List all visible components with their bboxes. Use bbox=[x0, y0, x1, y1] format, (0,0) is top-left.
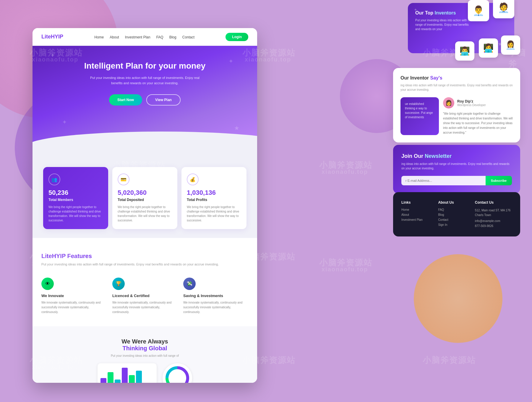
nav-contact[interactable]: Contact bbox=[182, 35, 194, 39]
feature-name-savings: Saving & Investments bbox=[183, 294, 248, 298]
bar-5 bbox=[129, 375, 135, 383]
footer-col-about: About Us FAQ Blog Contact Sign In bbox=[438, 200, 469, 228]
bar-6 bbox=[136, 371, 142, 383]
bottom-title-2: Thinking Global bbox=[41, 345, 248, 352]
testimonial-quote: "We bring right people together to chall… bbox=[443, 111, 513, 135]
features-title-rest: Features bbox=[66, 253, 92, 259]
footer-card: Links Home About Investment Plan About U… bbox=[393, 192, 520, 236]
testimonial-box-text: ue established thinking e way to success… bbox=[405, 102, 434, 119]
watermark-21: 小脑斧资源站 bbox=[423, 355, 476, 366]
bottom-subtitle: Put your investing ideas into action wit… bbox=[41, 354, 248, 357]
footer-link-contact[interactable]: Contact bbox=[438, 218, 469, 221]
stat-card-deposited: 💳 5,020,360 Total Deposited We bring the… bbox=[112, 167, 177, 229]
reviewer-name: Roy Dip'z bbox=[457, 99, 486, 103]
footer-col-contact: Contact Us 512, Main road ST. MA 176 Cha… bbox=[475, 200, 512, 228]
footer-link-home[interactable]: Home bbox=[401, 208, 432, 211]
stat-desc-members: We bring the right people together to ch… bbox=[48, 205, 103, 223]
feature-desc-savings: We innovate systematically, continuously… bbox=[183, 300, 248, 315]
newsletter-title-accent: Newsletter bbox=[425, 153, 452, 159]
testimonial-title-accent: Say's bbox=[430, 75, 442, 80]
nav-home[interactable]: Home bbox=[94, 35, 104, 39]
footer-link-about[interactable]: About bbox=[401, 213, 432, 216]
watermark-17: xiaonaofu.top bbox=[322, 266, 368, 273]
footer-link-investment[interactable]: Investment Plan bbox=[401, 218, 432, 221]
footer-phone: 877-569-9826 bbox=[475, 224, 512, 228]
watermark-16: 小脑斧资源站 bbox=[319, 257, 372, 268]
nav-links: Home About Investment Plan FAQ Blog Cont… bbox=[94, 34, 194, 40]
feature-icon-innovate: 👁 bbox=[41, 278, 54, 290]
newsletter-email-input[interactable] bbox=[401, 176, 486, 185]
testimonial-subtitle: ing ideas into action with full range of… bbox=[400, 83, 513, 92]
nav-about[interactable]: About bbox=[110, 35, 119, 39]
footer-link-blog[interactable]: Blog bbox=[438, 213, 469, 216]
testimonial-purple-box: ue established thinking e way to success… bbox=[400, 97, 439, 135]
bottom-title-1: We Were Always bbox=[41, 338, 248, 345]
deco-star-inv-1: ✦ bbox=[414, 7, 417, 12]
bar-2 bbox=[108, 372, 113, 383]
hero-subtitle: Put your investing ideas into action wit… bbox=[86, 75, 204, 86]
testimonial-content: ue established thinking e way to success… bbox=[400, 97, 513, 135]
footer-link-faq[interactable]: FAQ bbox=[438, 208, 469, 211]
stat-desc-profits: We bring the right people together to ch… bbox=[187, 205, 241, 223]
reviewer-role: Wordpress Developer bbox=[457, 103, 486, 107]
footer-col-about-title: About Us bbox=[438, 200, 469, 205]
chart-donut bbox=[163, 363, 192, 383]
features-subtitle: Put your investing ideas into action wit… bbox=[41, 262, 248, 267]
footer-link-signin[interactable]: Sign In bbox=[438, 223, 469, 226]
features-section: LiteHYIP Features Put your investing ide… bbox=[33, 238, 257, 326]
bar-4 bbox=[122, 368, 128, 383]
deco-star-3: ✦ bbox=[62, 119, 67, 126]
watermark-8: xiaonaofu.top bbox=[322, 168, 368, 175]
nav-investment[interactable]: Investment Plan bbox=[125, 35, 150, 39]
inventors-title-regular: Our Top bbox=[415, 10, 434, 15]
testimonial-title-regular: Our Inventor bbox=[400, 75, 430, 80]
reviewer-avatar: 👩 bbox=[443, 97, 454, 108]
newsletter-card: Join Our Newsletter ing ideas into actio… bbox=[393, 145, 520, 194]
stat-label-members: Total Members bbox=[48, 198, 103, 202]
stat-desc-deposited: We bring the right people together to ch… bbox=[118, 205, 172, 223]
features-title: LiteHYIP Features bbox=[41, 253, 248, 260]
footer-email: info@example.com bbox=[475, 219, 512, 223]
inventors-subtitle: Put your investing ideas into action wit… bbox=[415, 18, 474, 31]
testimonial-title: Our Inventor Say's bbox=[400, 75, 513, 81]
footer-col-links-title: Links bbox=[401, 200, 432, 205]
start-now-button[interactable]: Start Now bbox=[109, 94, 142, 106]
footer-col-contact-title: Contact Us bbox=[475, 200, 512, 205]
login-button[interactable]: Login bbox=[226, 33, 248, 41]
logo-hyip: HYIP bbox=[51, 34, 63, 40]
reviewer-info: Roy Dip'z Wordpress Developer bbox=[457, 99, 486, 107]
navbar: LiteHYIP Home About Investment Plan FAQ … bbox=[33, 28, 257, 46]
nav-blog[interactable]: Blog bbox=[169, 35, 176, 39]
stat-label-deposited: Total Deposited bbox=[118, 198, 172, 202]
testimonial-right: 👩 Roy Dip'z Wordpress Developer "We brin… bbox=[443, 97, 513, 135]
feature-icon-certified: 🏆 bbox=[112, 278, 125, 290]
feature-name-innovate: We Innovate bbox=[41, 294, 106, 298]
newsletter-input-row: Subscribe bbox=[401, 176, 512, 185]
newsletter-subscribe-button[interactable]: Subscribe bbox=[486, 176, 512, 185]
feature-name-certified: Licenced & Certified bbox=[112, 294, 177, 298]
stat-card-profits: 💰 1,030,136 Total Profits We bring the r… bbox=[181, 167, 246, 229]
stat-number-profits: 1,030,136 bbox=[187, 189, 241, 197]
nav-faq[interactable]: FAQ bbox=[156, 35, 163, 39]
footer-col-links: Links Home About Investment Plan bbox=[401, 200, 432, 228]
bottom-charts bbox=[41, 363, 248, 383]
feature-innovate: 👁 We Innovate We innovate systematically… bbox=[41, 278, 106, 315]
feature-icon-savings: 💸 bbox=[183, 278, 196, 290]
deco-star-1: ✦ bbox=[50, 52, 55, 59]
bar-1 bbox=[100, 378, 106, 383]
inventors-title-accent: Inventors bbox=[434, 10, 456, 15]
stat-icon-members: 👥 bbox=[48, 174, 60, 185]
avatar-card-2: 👨‍💼 bbox=[468, 0, 489, 21]
stat-icon-deposited: 💳 bbox=[118, 174, 129, 185]
testimonial-card: Our Inventor Say's ing ideas into action… bbox=[393, 68, 520, 142]
features-title-hyip: HYIP bbox=[52, 253, 66, 259]
feature-desc-certified: We innovate systematically, continuously… bbox=[112, 300, 177, 315]
newsletter-subtitle: ing ideas into action with full range of… bbox=[401, 162, 512, 171]
view-plan-button[interactable]: View Plan bbox=[146, 94, 181, 106]
top-inventors-section: ✦ ★ Our Top Inventors Put your investing… bbox=[408, 3, 514, 53]
reviewer-row: 👩 Roy Dip'z Wordpress Developer bbox=[443, 97, 513, 108]
features-title-lite: Lite bbox=[41, 253, 52, 259]
main-browser-window: LiteHYIP Home About Investment Plan FAQ … bbox=[33, 28, 257, 383]
footer-address: 512, Main road ST. MA 176 Charls Town bbox=[475, 208, 512, 218]
feature-desc-innovate: We innovate systematically, continuously… bbox=[41, 300, 106, 315]
